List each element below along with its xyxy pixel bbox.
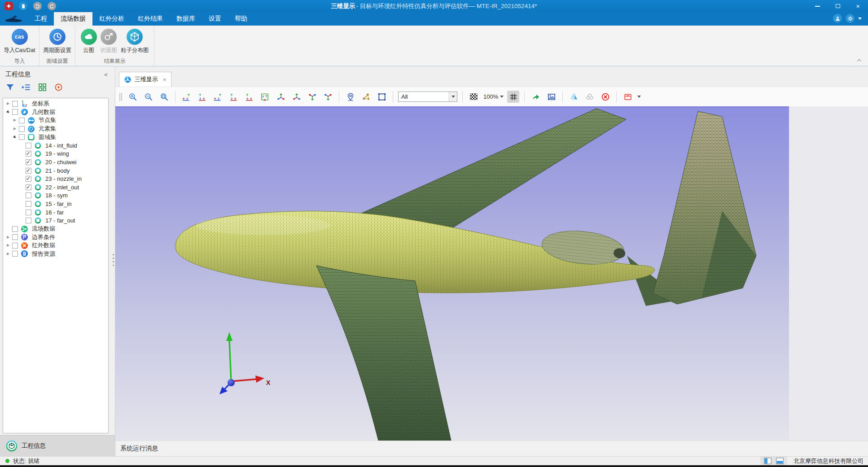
tree-checkbox[interactable] [12, 109, 18, 115]
tree-checkbox[interactable] [12, 234, 18, 240]
project-info-footer-tab[interactable]: 工程信息 [0, 435, 115, 456]
zoom-out-button[interactable] [142, 91, 154, 103]
mesh-grid-toggle-button[interactable] [507, 91, 519, 103]
display-filter-combobox[interactable]: All [398, 92, 457, 102]
minimize-button[interactable] [807, 0, 828, 12]
locate-target-icon[interactable] [54, 83, 63, 92]
tree-checkbox[interactable] [12, 101, 18, 107]
expand-arrow[interactable]: ▶ [7, 236, 12, 239]
tree-checkbox[interactable] [19, 134, 25, 140]
layout-left-panel-icon[interactable] [764, 458, 772, 464]
view-bottom-button[interactable] [259, 91, 271, 103]
tree-item-coordinate-system[interactable]: ▶坐标系 [3, 100, 108, 108]
tree-checkbox[interactable] [26, 201, 31, 207]
save-package-button[interactable] [622, 91, 634, 103]
menu-flow-field-data[interactable]: 流场数据 [54, 12, 92, 26]
tree-item-wing[interactable]: 19 - wing [3, 150, 108, 158]
cloud-overlay-button[interactable] [583, 91, 596, 103]
expand-arrow[interactable]: ▶ [7, 110, 12, 114]
tree-checkbox[interactable] [26, 176, 31, 182]
molecule-button[interactable] [360, 91, 372, 103]
view-right-button[interactable] [228, 91, 240, 103]
tree-item-infrared-data[interactable]: ▶红外数据 [3, 241, 108, 250]
menu-engineering[interactable]: 工程 [28, 12, 54, 26]
filter-icon[interactable] [5, 83, 15, 92]
tree-checkbox[interactable] [12, 226, 18, 232]
mirror-button[interactable] [568, 91, 580, 103]
tree-checkbox[interactable] [12, 251, 18, 257]
tree-item-far-out[interactable]: 17 - far_out [3, 216, 108, 225]
expand-arrow[interactable]: ▶ [7, 252, 12, 256]
chevron-down-icon[interactable] [858, 17, 862, 20]
menu-infrared-analysis[interactable]: 红外分析 [92, 12, 131, 26]
menu-database[interactable]: 数据库 [170, 12, 202, 26]
tree-item-element-set[interactable]: ▶元素集 [3, 125, 108, 133]
view-iso-4-button[interactable] [322, 91, 334, 103]
tree-item-face-set[interactable]: ▶面域集 [3, 133, 108, 141]
toolbar-drag-handle[interactable] [119, 93, 122, 101]
menu-infrared-results[interactable]: 红外结果 [131, 12, 170, 26]
menu-settings[interactable]: 设置 [202, 12, 228, 26]
expand-arrow[interactable]: ▶ [13, 118, 19, 122]
tree-checkbox[interactable] [12, 243, 18, 249]
layout-bottom-panel-icon[interactable] [776, 458, 784, 464]
box-select-button[interactable] [376, 91, 388, 103]
panel-splitter-handle[interactable] [112, 254, 114, 266]
view-top-button[interactable] [243, 91, 255, 103]
import-cas-dat-button[interactable]: cas 导入Cas/Dat [2, 28, 36, 55]
tree-checkbox[interactable] [26, 184, 31, 190]
grid-view-icon[interactable] [38, 83, 47, 92]
tree-item-inlet-out[interactable]: 22 - inlet_out [3, 183, 108, 192]
tree-item-body[interactable]: 21 - body [3, 166, 108, 175]
tree-item-far[interactable]: 16 - far [3, 208, 108, 217]
collapse-list-icon[interactable] [22, 83, 31, 92]
zoom-level-dropdown[interactable]: 100% [483, 93, 504, 100]
user-icon[interactable] [833, 14, 842, 23]
panel-collapse-icon[interactable]: < [102, 71, 110, 78]
zoom-in-button[interactable] [127, 91, 139, 103]
save-dropdown-icon[interactable] [637, 96, 641, 98]
tree-checkbox[interactable] [26, 218, 31, 223]
expand-arrow[interactable]: ▶ [13, 135, 19, 139]
probe-pin-button[interactable] [344, 91, 356, 103]
particle-distribution-button[interactable]: 粒子分布图 [119, 28, 150, 55]
tree-checkbox[interactable] [26, 168, 31, 174]
tree-checkbox[interactable] [26, 192, 31, 198]
tree-item-int-fluid[interactable]: 14 - int_fluid [3, 141, 108, 150]
cancel-button[interactable] [599, 91, 611, 103]
view-iso-1-button[interactable] [275, 91, 287, 103]
maximize-button[interactable] [828, 0, 848, 12]
combobox-dropdown-icon[interactable] [449, 92, 457, 101]
snapshot-image-button[interactable] [545, 91, 557, 103]
3d-viewport[interactable]: X [115, 108, 789, 441]
tree-item-nozzle-in[interactable]: 23 - nozzle_in [3, 175, 108, 183]
project-tree[interactable]: ▶坐标系 ▶几何数据 ▶节点集 ▶元素集 ▶面域集 14 - int_fluid… [3, 98, 109, 433]
tree-item-flow-field-data[interactable]: 流场数据 [3, 225, 108, 233]
tree-item-geometry-data[interactable]: ▶几何数据 [3, 108, 108, 117]
tree-checkbox[interactable] [26, 143, 31, 148]
view-left-button[interactable] [212, 91, 224, 103]
tab-close-icon[interactable]: × [163, 76, 167, 83]
tree-checkbox[interactable] [26, 159, 31, 165]
tree-checkbox[interactable] [26, 209, 31, 215]
view-front-button[interactable] [180, 91, 193, 103]
tree-checkbox[interactable] [19, 126, 25, 132]
contour-plot-button[interactable]: 云图 [79, 28, 98, 55]
menu-help[interactable]: 帮助 [228, 12, 254, 26]
expand-arrow[interactable]: ▶ [7, 244, 12, 247]
view-back-button[interactable] [196, 91, 208, 103]
export-share-button[interactable] [530, 91, 542, 103]
tree-item-report-resources[interactable]: ▶报告资源 [3, 250, 108, 258]
transparency-checker-button[interactable] [468, 91, 480, 103]
ribbon-collapse-button[interactable] [856, 59, 862, 62]
view-iso-2-button[interactable] [290, 91, 302, 103]
tree-checkbox[interactable] [19, 118, 25, 123]
close-button[interactable]: × [848, 0, 868, 12]
tree-checkbox[interactable] [26, 151, 31, 157]
tab-3d-display[interactable]: 三维显示 × [119, 72, 171, 87]
expand-arrow[interactable]: ▶ [13, 127, 19, 131]
tree-item-chuiwei[interactable]: 20 - chuiwei [3, 158, 108, 166]
expand-arrow[interactable]: ▶ [7, 102, 12, 105]
zoom-fit-button[interactable] [158, 91, 170, 103]
tree-item-boundary-conditions[interactable]: ▶边界条件 [3, 233, 108, 242]
